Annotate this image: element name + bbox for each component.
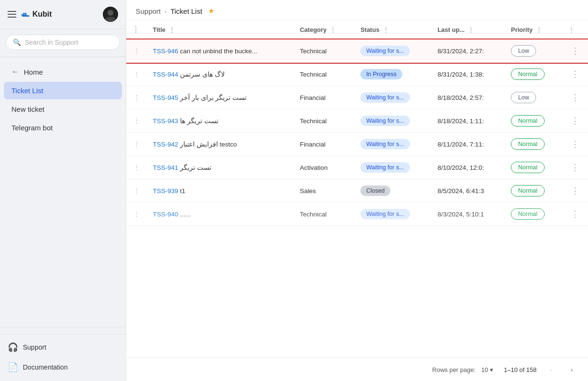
table-header-row: ⋮ Title ⋮ Category ⋮ bbox=[126, 20, 588, 39]
row-col-last-update: 8/31/2024, 2:27: bbox=[432, 39, 505, 63]
breadcrumb-separator: › bbox=[165, 8, 167, 15]
row-col-category: Financial bbox=[294, 133, 355, 156]
row-col-priority: Normal bbox=[505, 109, 562, 133]
col-title-menu-icon[interactable]: ⋮ bbox=[169, 26, 175, 34]
row-col-status: Waiting for s... bbox=[355, 203, 432, 226]
row-col-category: Technical bbox=[294, 63, 355, 86]
ticket-id[interactable]: TSS-941 bbox=[153, 164, 178, 171]
breadcrumb-support[interactable]: Support bbox=[136, 7, 161, 15]
row-col-last-update: 8/11/2024, 7:11: bbox=[432, 133, 505, 156]
col-actions-menu-icon[interactable]: ⋮ bbox=[568, 26, 575, 34]
ticket-title: t1 bbox=[180, 187, 185, 195]
row-col-status: Closed bbox=[355, 179, 432, 203]
row-col-actions: ⋮ bbox=[562, 39, 588, 63]
row-col-priority: Low bbox=[505, 86, 562, 109]
col-lastupdate-menu-icon[interactable]: ⋮ bbox=[468, 26, 474, 34]
col-header-status[interactable]: Status ⋮ bbox=[355, 20, 432, 39]
ticket-id[interactable]: TSS-945 bbox=[153, 94, 178, 101]
documentation-icon: 📄 bbox=[8, 362, 18, 372]
row-col-priority: Normal bbox=[505, 63, 562, 86]
col-header-priority[interactable]: Priority ⋮ bbox=[505, 20, 562, 39]
sidebar-item-new-ticket[interactable]: New ticket bbox=[4, 100, 122, 118]
row-more-icon[interactable]: ⋮ bbox=[568, 115, 582, 127]
table-row[interactable]: ⋮ TSS-940 ...... Technical Waiting for s… bbox=[126, 203, 588, 226]
row-more-icon[interactable]: ⋮ bbox=[568, 92, 582, 103]
col-header-title[interactable]: Title ⋮ bbox=[147, 20, 294, 39]
sidebar-item-telegram-bot[interactable]: Telegram bot bbox=[4, 119, 122, 137]
ticket-id[interactable]: TSS-942 bbox=[153, 141, 178, 148]
avatar[interactable] bbox=[103, 7, 118, 22]
sidebar-item-ticket-list[interactable]: Ticket List bbox=[4, 82, 122, 99]
row-col-last-update: 8/3/2024, 5:10:1 bbox=[432, 203, 505, 226]
ticket-id[interactable]: TSS-939 bbox=[153, 187, 178, 195]
svg-point-1 bbox=[108, 10, 113, 16]
sidebar-item-home[interactable]: ← Home bbox=[4, 63, 122, 81]
ticket-id[interactable]: TSS-940 bbox=[153, 211, 178, 218]
support-icon: 🎧 bbox=[8, 342, 18, 352]
row-more-icon[interactable]: ⋮ bbox=[568, 208, 582, 220]
ticket-title: لاگ های سرتمن bbox=[180, 71, 225, 78]
table-row[interactable]: ⋮ TSS-939 t1 Sales Closed 8/5/2024, 6:41… bbox=[126, 179, 588, 203]
row-col-actions: ⋮ bbox=[562, 203, 588, 226]
status-badge: Closed bbox=[360, 186, 390, 196]
col-header-last-update[interactable]: Last up... ⋮ bbox=[432, 20, 505, 39]
priority-badge: Normal bbox=[511, 162, 544, 173]
row-more-icon[interactable]: ⋮ bbox=[568, 68, 582, 80]
row-col-priority: Normal bbox=[505, 133, 562, 156]
row-col-status: Waiting for s... bbox=[355, 39, 432, 63]
table-row[interactable]: ⋮ TSS-941 تست تریگر Activation Waiting f… bbox=[126, 156, 588, 179]
search-box[interactable]: 🔍 Search in Support bbox=[6, 35, 120, 50]
sidebar-new-ticket-label: New ticket bbox=[11, 105, 44, 113]
table-row[interactable]: ⋮ TSS-943 تست تریگر ها Technical Waiting… bbox=[126, 109, 588, 133]
rows-per-page: Rows per page: 10 ▾ bbox=[432, 365, 497, 374]
row-col-actions: ⋮ bbox=[562, 63, 588, 86]
sidebar-item-support[interactable]: 🎧 Support bbox=[0, 337, 126, 357]
sidebar-documentation-label: Documentation bbox=[23, 363, 68, 371]
logo-label: Kubit bbox=[32, 10, 52, 19]
search-placeholder: Search in Support bbox=[25, 39, 78, 46]
row-col-last-update: 8/5/2024, 6:41:3 bbox=[432, 179, 505, 203]
table-row[interactable]: ⋮ TSS-942 افزایش اعتبار testco Financial… bbox=[126, 133, 588, 156]
row-more-icon[interactable]: ⋮ bbox=[568, 45, 582, 57]
status-badge: Waiting for s... bbox=[360, 46, 409, 56]
pagination-prev-button[interactable]: ‹ bbox=[544, 363, 558, 376]
sidebar-support-label: Support bbox=[23, 343, 46, 351]
breadcrumb-star-icon[interactable]: ★ bbox=[208, 7, 214, 15]
col-status-label: Status bbox=[360, 26, 379, 33]
breadcrumb-current: Ticket List bbox=[170, 7, 202, 15]
col-status-menu-icon[interactable]: ⋮ bbox=[382, 26, 389, 34]
row-col-title: TSS-945 تست تریگر برای بار آخر bbox=[147, 86, 294, 109]
rows-per-page-dropdown-icon: ▾ bbox=[490, 366, 493, 373]
ticket-id[interactable]: TSS-944 bbox=[153, 71, 178, 78]
table-row[interactable]: ⋮ TSS-944 لاگ های سرتمن Technical In Pro… bbox=[126, 63, 588, 86]
ticket-tbody: ⋮ TSS-946 can not unbind the bucke... Te… bbox=[126, 39, 588, 226]
col-priority-menu-icon[interactable]: ⋮ bbox=[536, 26, 542, 34]
row-more-icon[interactable]: ⋮ bbox=[568, 185, 582, 196]
pagination-next-button[interactable]: › bbox=[565, 363, 578, 376]
col-lastupdate-label: Last up... bbox=[438, 26, 465, 33]
sidebar-home-label: Home bbox=[24, 68, 43, 76]
logo: 🛥 Kubit bbox=[21, 10, 52, 20]
hamburger-icon[interactable] bbox=[8, 11, 16, 18]
sidebar-divider-bottom bbox=[0, 334, 126, 334]
ticket-id[interactable]: TSS-946 bbox=[153, 48, 178, 55]
table-row[interactable]: ⋮ TSS-946 can not unbind the bucke... Te… bbox=[126, 39, 588, 63]
col-header-menu[interactable]: ⋮ bbox=[126, 20, 147, 39]
rows-per-page-select[interactable]: 10 ▾ bbox=[478, 365, 496, 374]
row-more-icon[interactable]: ⋮ bbox=[568, 138, 582, 150]
col-category-menu-icon[interactable]: ⋮ bbox=[329, 26, 336, 34]
row-col-title: TSS-943 تست تریگر ها bbox=[147, 109, 294, 133]
row-col-sep: ⋮ bbox=[126, 63, 147, 86]
ticket-id[interactable]: TSS-943 bbox=[153, 117, 178, 125]
table-row[interactable]: ⋮ TSS-945 تست تریگر برای بار آخر Financi… bbox=[126, 86, 588, 109]
row-col-sep: ⋮ bbox=[126, 86, 147, 109]
col-header-category[interactable]: Category ⋮ bbox=[294, 20, 355, 39]
status-badge: Waiting for s... bbox=[360, 162, 409, 173]
row-col-last-update: 8/10/2024, 12:0: bbox=[432, 156, 505, 179]
row-col-title: TSS-944 لاگ های سرتمن bbox=[147, 63, 294, 86]
row-col-title: TSS-939 t1 bbox=[147, 179, 294, 203]
sidebar-item-documentation[interactable]: 📄 Documentation bbox=[0, 357, 126, 377]
row-more-icon[interactable]: ⋮ bbox=[568, 162, 582, 173]
row-col-sep: ⋮ bbox=[126, 179, 147, 203]
priority-badge: Normal bbox=[511, 138, 544, 150]
